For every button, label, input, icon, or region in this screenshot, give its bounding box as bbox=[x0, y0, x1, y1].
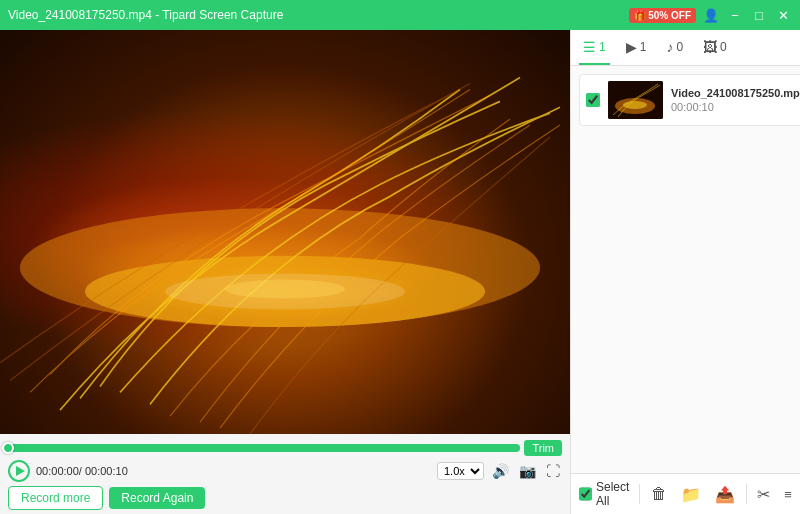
controls-row: 00:00:00/ 00:00:10 1.0x 0.5x 1.5x 2.0x 🔊… bbox=[8, 460, 562, 482]
file-list: Video_241008175250.mp4 00:00:10 ↗ ↖ bbox=[571, 66, 800, 473]
file-name: Video_241008175250.mp4 bbox=[671, 87, 800, 99]
promo-badge: 🎁 50% OFF bbox=[629, 8, 696, 23]
tab-play[interactable]: ▶ 1 bbox=[622, 30, 651, 65]
file-duration: 00:00:10 bbox=[671, 101, 800, 113]
progress-track[interactable] bbox=[8, 444, 520, 452]
progress-thumb[interactable] bbox=[2, 442, 14, 454]
promo-text: 50% OFF bbox=[648, 10, 691, 21]
left-panel: Trim 00:00:00/ 00:00:10 1.0x 0.5x 1.5x 2… bbox=[0, 30, 570, 514]
table-row: Video_241008175250.mp4 00:00:10 ↗ bbox=[579, 74, 800, 126]
play-button[interactable] bbox=[8, 460, 30, 482]
play-icon: ▶ bbox=[626, 39, 637, 55]
svg-point-3 bbox=[225, 280, 345, 299]
progress-fill bbox=[8, 444, 520, 452]
share-button[interactable]: 📤 bbox=[712, 483, 738, 506]
tab-video[interactable]: ☰ 1 bbox=[579, 30, 610, 65]
adjust-button[interactable]: ≡ bbox=[781, 485, 795, 504]
tab-image[interactable]: 🖼 0 bbox=[699, 30, 731, 65]
toolbar-divider-2 bbox=[746, 484, 747, 504]
select-all-checkbox[interactable] bbox=[579, 487, 592, 501]
tab-image-count: 0 bbox=[720, 40, 727, 54]
delete-button[interactable]: 🗑 bbox=[648, 483, 670, 505]
trim-button[interactable]: Trim bbox=[524, 440, 562, 456]
minimize-button[interactable]: − bbox=[726, 6, 744, 24]
thumb-svg bbox=[608, 81, 663, 119]
file-thumbnail bbox=[608, 81, 663, 119]
right-panel: ☰ 1 ▶ 1 ♪ 0 🖼 0 bbox=[570, 30, 800, 514]
title-bar: Video_241008175250.mp4 - Tipard Screen C… bbox=[0, 0, 800, 30]
volume-button[interactable]: 🔊 bbox=[490, 461, 511, 481]
svg-point-6 bbox=[623, 101, 647, 109]
toolbar-divider bbox=[639, 484, 640, 504]
progress-bar-container: Trim bbox=[8, 440, 562, 456]
speed-selector[interactable]: 1.0x 0.5x 1.5x 2.0x bbox=[437, 462, 484, 480]
tab-bar: ☰ 1 ▶ 1 ♪ 0 🖼 0 bbox=[571, 30, 800, 66]
window-title: Video_241008175250.mp4 - Tipard Screen C… bbox=[8, 8, 283, 22]
close-button[interactable]: ✕ bbox=[774, 6, 792, 24]
timeline-area: Trim 00:00:00/ 00:00:10 1.0x 0.5x 1.5x 2… bbox=[0, 434, 570, 514]
tab-video-count: 1 bbox=[599, 40, 606, 54]
tab-audio[interactable]: ♪ 0 bbox=[662, 30, 687, 65]
window-controls: 🎁 50% OFF 👤 − □ ✕ bbox=[629, 6, 792, 24]
fullscreen-button[interactable]: ⛶ bbox=[544, 461, 562, 481]
cut-button[interactable]: ✂ bbox=[754, 483, 773, 506]
video-particles-svg bbox=[0, 30, 570, 434]
audio-icon: ♪ bbox=[666, 39, 673, 55]
tab-audio-count: 0 bbox=[676, 40, 683, 54]
user-icon-btn[interactable]: 👤 bbox=[702, 6, 720, 24]
main-area: Trim 00:00:00/ 00:00:10 1.0x 0.5x 1.5x 2… bbox=[0, 30, 800, 514]
select-all-area[interactable]: Select All bbox=[579, 480, 631, 508]
record-again-button[interactable]: Record Again bbox=[109, 487, 205, 509]
folder-button[interactable]: 📁 bbox=[678, 483, 704, 506]
time-display: 00:00:00/ 00:00:10 bbox=[36, 465, 128, 477]
tab-play-count: 1 bbox=[640, 40, 647, 54]
promo-icon: 🎁 bbox=[634, 10, 646, 21]
video-display bbox=[0, 30, 570, 434]
record-more-button[interactable]: Record more bbox=[8, 486, 103, 510]
select-all-label: Select All bbox=[596, 480, 631, 508]
camera-button[interactable]: 📷 bbox=[517, 461, 538, 481]
bottom-toolbar: Select All 🗑 📁 📤 ✂ ≡ ↺ ⧉ ✏ 🔊 🔔 ⊕ bbox=[571, 473, 800, 514]
list-icon: ☰ bbox=[583, 39, 596, 55]
maximize-button[interactable]: □ bbox=[750, 6, 768, 24]
image-icon: 🖼 bbox=[703, 39, 717, 55]
play-icon bbox=[16, 466, 25, 476]
file-info: Video_241008175250.mp4 00:00:10 bbox=[671, 87, 800, 113]
file-checkbox[interactable] bbox=[586, 93, 600, 107]
action-buttons-row: Record more Record Again bbox=[8, 486, 562, 510]
